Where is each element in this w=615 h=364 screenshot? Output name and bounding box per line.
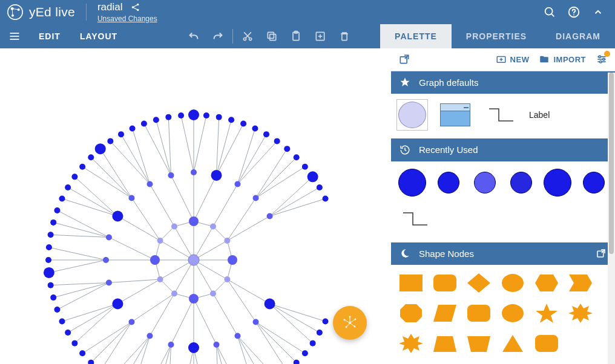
recent-item[interactable] [470, 167, 500, 198]
new-folder-icon [496, 54, 507, 65]
svg-line-29 [194, 227, 213, 260]
svg-line-114 [57, 283, 108, 310]
default-node-ellipse[interactable] [397, 100, 427, 130]
svg-marker-267 [568, 304, 593, 323]
graph-canvas[interactable] [0, 48, 391, 364]
undo-button[interactable] [182, 24, 206, 48]
svg-line-126 [82, 167, 131, 198]
svg-point-217 [48, 232, 54, 238]
help-button[interactable] [562, 0, 586, 24]
shape-item-star[interactable] [533, 301, 561, 325]
svg-point-16 [244, 38, 246, 41]
default-label[interactable]: Label [525, 100, 553, 130]
menu-edit[interactable]: EDIT [29, 31, 70, 41]
tab-properties[interactable]: PROPERTIES [452, 24, 541, 48]
svg-line-88 [270, 304, 320, 333]
menu-layout[interactable]: LAYOUT [70, 31, 127, 41]
share-icon[interactable] [130, 2, 141, 13]
scroll-thumb[interactable] [609, 73, 614, 254]
svg-line-62 [171, 299, 194, 345]
shape-item-roundrect[interactable] [431, 271, 459, 295]
svg-point-147 [157, 238, 163, 244]
svg-point-181 [308, 171, 318, 182]
recent-item[interactable] [397, 204, 433, 234]
redo-button[interactable] [206, 24, 230, 48]
shape-item-diamond[interactable] [465, 271, 493, 295]
paste-button[interactable] [284, 24, 308, 48]
popout-icon[interactable] [596, 248, 607, 259]
svg-line-36 [160, 260, 194, 279]
titlebar: yEd live radial Unsaved Changes [0, 0, 615, 24]
svg-line-129 [110, 141, 150, 184]
svg-rect-256 [400, 275, 423, 291]
filter-badge [604, 51, 610, 57]
shape-item-trapezoid[interactable] [431, 331, 459, 356]
svg-point-167 [128, 195, 134, 201]
moon-icon [400, 248, 410, 259]
shape-item-triangle[interactable] [499, 331, 527, 356]
svg-line-113 [62, 304, 117, 322]
default-edge[interactable] [483, 100, 519, 130]
svg-line-30 [194, 241, 227, 260]
svg-point-164 [103, 257, 109, 263]
svg-line-80 [238, 141, 277, 184]
palette-panel: NEW IMPORT Graph defaults [391, 48, 615, 364]
shape-item-roundrect[interactable] [465, 301, 493, 325]
overview-fab[interactable] [333, 306, 367, 340]
svg-point-9 [545, 8, 553, 15]
toolbar: EDIT LAYOUT PALETTE PROPERTIES DIAGRAM [0, 24, 615, 48]
svg-line-65 [117, 279, 160, 304]
shape-item-burst[interactable] [397, 331, 425, 356]
help-icon [567, 5, 580, 19]
svg-point-174 [240, 120, 246, 126]
default-group[interactable] [433, 100, 477, 130]
import-button[interactable]: IMPORT [539, 54, 586, 65]
shape-item-hexagon[interactable] [533, 271, 561, 295]
svg-point-213 [48, 282, 54, 288]
svg-line-104 [144, 345, 171, 364]
search-button[interactable] [538, 0, 562, 24]
svg-line-125 [74, 177, 117, 216]
cut-icon [242, 30, 254, 42]
app-logo[interactable]: yEd live [7, 4, 87, 21]
svg-line-111 [74, 304, 117, 343]
delete-button[interactable] [332, 24, 357, 48]
radial-graph [0, 48, 391, 364]
defaults-title: Graph defaults [419, 77, 478, 88]
section-header-recent[interactable]: Recently Used [391, 138, 615, 161]
svg-line-72 [171, 175, 194, 221]
shape-item-rect[interactable] [397, 271, 425, 295]
shape-item-parallelogram[interactable] [431, 301, 459, 325]
recent-item[interactable] [397, 167, 427, 198]
cut-button[interactable] [235, 24, 260, 48]
svg-point-178 [284, 146, 290, 152]
filter-button[interactable] [596, 53, 608, 65]
document-title[interactable]: radial [97, 1, 123, 13]
shape-item-step[interactable] [567, 271, 594, 295]
add-button[interactable] [308, 24, 332, 48]
svg-point-222 [71, 174, 77, 180]
detach-button[interactable] [398, 53, 410, 65]
recent-item[interactable] [506, 167, 536, 198]
new-section-button[interactable]: NEW [496, 54, 530, 65]
menu-button[interactable] [0, 24, 29, 48]
shape-item-octagon[interactable] [397, 301, 425, 325]
recent-item[interactable] [579, 167, 609, 198]
shape-item-ellipse[interactable] [499, 301, 527, 325]
recent-item[interactable] [433, 167, 464, 198]
svg-point-173 [228, 117, 234, 123]
copy-button[interactable] [260, 24, 284, 48]
tab-diagram[interactable]: DIAGRAM [541, 24, 615, 48]
svg-point-154 [265, 299, 275, 310]
unsaved-changes-link[interactable]: Unsaved Changes [97, 15, 157, 23]
shape-item-roundrect[interactable] [533, 331, 561, 356]
tab-palette[interactable]: PALETTE [380, 24, 452, 48]
shape-item-trapezoid2[interactable] [465, 331, 493, 356]
panel-scrollbar[interactable] [608, 73, 615, 364]
collapse-button[interactable] [586, 0, 610, 24]
section-header-shapes[interactable]: Shape Nodes [391, 242, 615, 265]
shape-item-burst[interactable] [567, 301, 594, 325]
section-header-defaults[interactable]: Graph defaults [391, 71, 615, 94]
recent-item[interactable] [542, 167, 573, 198]
shape-item-ellipse[interactable] [499, 271, 527, 295]
